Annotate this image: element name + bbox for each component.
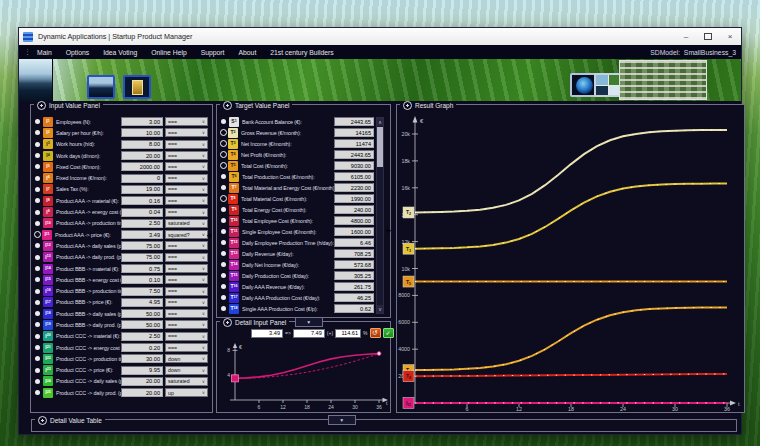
value-to-field[interactable]: 7.49	[293, 329, 325, 338]
input-mode-dropdown[interactable]: ===∨	[165, 162, 208, 171]
exit-door-button[interactable]	[123, 75, 151, 99]
input-mode-dropdown[interactable]: ===∨	[165, 185, 208, 194]
target-value-field[interactable]: 573.68	[334, 260, 374, 269]
input-radio[interactable]	[35, 210, 40, 215]
target-value-field[interactable]: 1600.00	[334, 227, 374, 236]
menu-grip-icon[interactable]: ⋮	[24, 48, 31, 56]
input-value-field[interactable]: 7.50	[121, 287, 163, 296]
input-value-field[interactable]: 0.04	[121, 208, 163, 217]
target-value-field[interactable]: 9030.00	[334, 161, 374, 170]
input-value-field[interactable]: 50.00	[121, 320, 163, 329]
input-mode-dropdown[interactable]: ===∨	[165, 264, 208, 273]
input-value-field[interactable]: 3.49	[121, 230, 163, 239]
scroll-down-icon[interactable]: ∨	[377, 305, 383, 313]
input-mode-dropdown[interactable]: down∨	[165, 366, 208, 375]
input-radio[interactable]	[35, 379, 40, 384]
splitter-handle-left[interactable]: ◄	[205, 232, 213, 240]
menu-item-21st-century-builders[interactable]: 21st century Builders	[270, 49, 333, 56]
input-value-field[interactable]: 20.00	[121, 151, 163, 160]
menu-item-about[interactable]: About	[239, 49, 257, 56]
input-mode-dropdown[interactable]: saturated∨	[165, 377, 208, 386]
menu-item-options[interactable]: Options	[66, 49, 89, 56]
menu-item-idea-voting[interactable]: Idea Voting	[103, 49, 137, 56]
input-radio[interactable]	[35, 187, 40, 192]
input-radio[interactable]	[35, 153, 40, 158]
input-radio[interactable]	[35, 356, 40, 361]
input-mode-dropdown[interactable]: ===∨	[165, 275, 208, 284]
input-radio[interactable]	[35, 164, 40, 169]
target-radio[interactable]	[221, 306, 226, 311]
input-mode-dropdown[interactable]: ===∨	[165, 117, 208, 126]
target-radio[interactable]	[221, 185, 226, 190]
input-mode-dropdown[interactable]: ===∨	[165, 241, 208, 250]
input-value-field[interactable]: 3.00	[121, 117, 163, 126]
input-value-field[interactable]: 0.10	[121, 275, 163, 284]
target-radio[interactable]	[221, 229, 226, 234]
maximize-button[interactable]	[697, 28, 719, 45]
input-value-field[interactable]: 8.00	[121, 140, 163, 149]
input-value-field[interactable]: 0.75	[121, 264, 163, 273]
input-mode-dropdown[interactable]: up∨	[165, 388, 208, 397]
input-radio[interactable]	[35, 289, 40, 294]
target-value-field[interactable]: 46.25	[334, 293, 374, 302]
input-radio[interactable]	[35, 255, 40, 260]
input-mode-dropdown[interactable]: ===∨	[165, 151, 208, 160]
minimize-button[interactable]: –	[675, 28, 697, 45]
input-value-field[interactable]: 10.00	[121, 128, 163, 137]
input-radio[interactable]	[35, 368, 40, 373]
target-value-field[interactable]: 6.46	[334, 238, 374, 247]
target-value-field[interactable]: 240.00	[334, 205, 374, 214]
input-value-field[interactable]: 75.00	[121, 253, 163, 262]
input-mode-dropdown[interactable]: squared?∨	[165, 230, 208, 239]
target-radio[interactable]	[221, 218, 226, 223]
input-value-field[interactable]: 0.16	[121, 196, 163, 205]
input-radio[interactable]	[35, 142, 40, 147]
sea-view-button[interactable]	[87, 75, 115, 99]
menu-item-main[interactable]: Main	[37, 49, 52, 56]
start-value-handle[interactable]	[232, 375, 239, 382]
input-mode-dropdown[interactable]: ===∨	[165, 253, 208, 262]
splitter-handle-right[interactable]: ►	[385, 227, 393, 235]
input-radio[interactable]	[35, 334, 40, 339]
menu-item-online-help[interactable]: Online Help	[151, 49, 187, 56]
input-value-field[interactable]: 20.00	[121, 377, 163, 386]
input-radio[interactable]	[35, 243, 40, 248]
input-value-field[interactable]: 19.00	[121, 185, 163, 194]
target-radio[interactable]	[220, 140, 227, 147]
target-value-field[interactable]: 708.25	[334, 249, 374, 258]
input-mode-dropdown[interactable]: ===∨	[165, 208, 208, 217]
input-radio[interactable]	[35, 345, 40, 350]
undo-button[interactable]: ↺	[370, 328, 381, 338]
target-value-field[interactable]: 2443.65	[334, 150, 374, 159]
input-mode-dropdown[interactable]: ===∨	[165, 309, 208, 318]
target-value-field[interactable]: 305.25	[334, 271, 374, 280]
input-mode-dropdown[interactable]: ===∨	[165, 287, 208, 296]
target-radio[interactable]	[221, 284, 226, 289]
target-radio[interactable]	[221, 174, 226, 179]
input-mode-dropdown[interactable]: ===∨	[165, 320, 208, 329]
input-value-field[interactable]: 2.50	[121, 219, 163, 228]
scroll-up-icon[interactable]: ∧	[377, 118, 383, 126]
input-radio[interactable]	[35, 390, 40, 395]
target-value-field[interactable]: 2230.00	[334, 183, 374, 192]
input-value-field[interactable]: 4.95	[121, 298, 163, 307]
collapse-value-table-button[interactable]: ▼	[328, 415, 356, 425]
value-from-field[interactable]: 3.49	[251, 329, 283, 338]
target-radio[interactable]	[220, 151, 227, 158]
target-radio[interactable]	[220, 129, 227, 136]
input-radio[interactable]	[35, 119, 40, 124]
input-value-field[interactable]: 2.50	[121, 332, 163, 341]
input-mode-dropdown[interactable]: ===∨	[165, 128, 208, 137]
target-value-field[interactable]: 0.62	[334, 304, 374, 313]
input-radio[interactable]	[35, 322, 40, 327]
series-marker-T8[interactable]: T8	[403, 371, 414, 382]
input-value-field[interactable]: 50.00	[121, 309, 163, 318]
input-value-field[interactable]: 30.00	[121, 354, 163, 363]
gallery-button[interactable]	[594, 73, 622, 97]
target-value-field[interactable]: 4800.00	[334, 216, 374, 225]
input-mode-dropdown[interactable]: ===∨	[165, 196, 208, 205]
input-radio[interactable]	[35, 130, 40, 135]
input-radio[interactable]	[35, 266, 40, 271]
target-value-field[interactable]: 2443.65	[334, 117, 374, 126]
input-radio[interactable]	[35, 300, 40, 305]
